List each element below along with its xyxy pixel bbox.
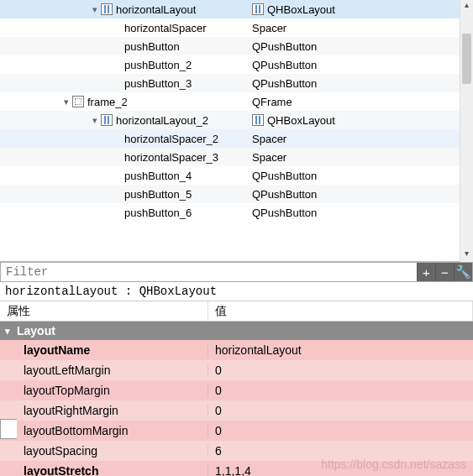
object-name: horizontalSpacer xyxy=(124,22,207,34)
tree-class-cell: QHBoxLayout xyxy=(252,114,472,127)
tree-row[interactable]: ▾frame_2QFrame xyxy=(0,92,472,111)
property-value[interactable]: 0 xyxy=(208,424,473,437)
tree-class-cell: QHBoxLayout xyxy=(252,3,472,16)
tree-row[interactable]: ▾pushButton_5QPushButton xyxy=(0,185,472,203)
property-group-layout[interactable]: ▾ Layout xyxy=(0,322,473,340)
tree-row[interactable]: ▾horizontalSpacerSpacer xyxy=(0,18,472,37)
class-name: QPushButton xyxy=(252,207,317,219)
tree-name-cell: ▾pushButton_6 xyxy=(0,207,252,219)
tree-row[interactable]: ▾horizontalLayoutQHBoxLayout xyxy=(0,0,472,18)
tree-name-cell: ▾pushButton_3 xyxy=(0,77,252,90)
property-name: layoutLeftMargin xyxy=(0,364,208,377)
class-name: QPushButton xyxy=(252,170,317,182)
property-value[interactable]: 0 xyxy=(208,384,473,397)
hbox-layout-icon xyxy=(101,114,113,126)
property-row[interactable]: layoutNamehorizontalLayout xyxy=(0,340,473,360)
add-button[interactable]: + xyxy=(417,263,435,281)
tree-class-cell: QFrame xyxy=(252,96,472,108)
property-value[interactable]: 1,1,1,4 xyxy=(208,464,473,476)
property-editor-pane: + − 🔧 horizontalLayout : QHBoxLayout 属性 … xyxy=(0,262,473,476)
tree-name-cell: ▾horizontalSpacer xyxy=(0,22,252,34)
tree-row[interactable]: ▾horizontalLayout_2QHBoxLayout xyxy=(0,111,472,129)
property-row[interactable]: layoutRightMargin0 xyxy=(0,400,473,421)
class-name: QHBoxLayout xyxy=(267,3,335,16)
tree-name-cell: ▾horizontalLayout_2 xyxy=(0,114,252,127)
class-name: Spacer xyxy=(252,133,286,145)
object-name: horizontalLayout xyxy=(116,3,196,16)
column-header-name[interactable]: 属性 xyxy=(0,301,208,321)
object-name: pushButton_3 xyxy=(124,77,192,90)
tree-name-cell: ▾frame_2 xyxy=(0,96,252,108)
tree-class-cell: QPushButton xyxy=(252,40,472,53)
group-label: Layout xyxy=(17,324,55,337)
tree-row[interactable]: ▾pushButton_3QPushButton xyxy=(0,74,472,92)
property-row[interactable]: layoutStretch1,1,1,4 xyxy=(0,461,473,476)
property-row[interactable]: layoutTopMargin0 xyxy=(0,380,473,400)
property-header: 属性 值 xyxy=(0,301,473,322)
property-value[interactable]: 0 xyxy=(208,364,473,377)
tree-name-cell: ▾pushButton_2 xyxy=(0,59,252,71)
class-name: Spacer xyxy=(252,22,286,34)
object-name: pushButton_4 xyxy=(124,170,192,182)
settings-button[interactable]: 🔧 xyxy=(454,263,472,281)
object-name: horizontalSpacer_2 xyxy=(124,133,218,145)
object-name: horizontalSpacer_3 xyxy=(124,151,218,164)
object-name: horizontalLayout_2 xyxy=(116,114,208,127)
tree-row[interactable]: ▾pushButton_4QPushButton xyxy=(0,166,472,185)
object-tree[interactable]: ▾horizontalLayoutQHBoxLayout▾horizontalS… xyxy=(0,0,473,261)
filter-input[interactable] xyxy=(1,263,417,281)
class-name: QPushButton xyxy=(252,77,317,90)
tree-class-cell: Spacer xyxy=(252,22,472,34)
class-name: QFrame xyxy=(252,96,292,108)
class-name: QHBoxLayout xyxy=(267,114,335,127)
tree-row[interactable]: ▾pushButtonQPushButton xyxy=(0,37,472,55)
tree-name-cell: ▾pushButton xyxy=(0,40,252,53)
tree-class-cell: QPushButton xyxy=(252,207,472,219)
remove-button[interactable]: − xyxy=(435,263,454,281)
tree-name-cell: ▾horizontalSpacer_3 xyxy=(0,151,252,164)
expand-arrow-icon[interactable]: ▾ xyxy=(89,4,101,15)
class-name: QPushButton xyxy=(252,188,317,201)
tree-row[interactable]: ▾horizontalSpacer_3Spacer xyxy=(0,148,472,166)
property-value[interactable]: 6 xyxy=(208,444,473,458)
tree-scrollbar[interactable]: ▴ ▾ xyxy=(460,0,473,262)
property-name: layoutName xyxy=(0,343,208,357)
tree-class-cell: QPushButton xyxy=(252,188,472,201)
property-list: layoutNamehorizontalLayoutlayoutLeftMarg… xyxy=(0,340,473,476)
object-name: pushButton_6 xyxy=(124,207,192,219)
filter-bar: + − 🔧 xyxy=(0,262,473,282)
column-header-value[interactable]: 值 xyxy=(208,301,473,321)
tree-class-cell: QPushButton xyxy=(252,170,472,182)
tree-class-cell: Spacer xyxy=(252,151,472,164)
property-name: layoutTopMargin xyxy=(0,384,208,397)
property-name: layoutRightMargin xyxy=(0,404,208,417)
expand-arrow-icon[interactable]: ▾ xyxy=(89,115,101,126)
expand-arrow-icon[interactable]: ▾ xyxy=(60,97,72,107)
tree-name-cell: ▾horizontalSpacer_2 xyxy=(0,133,252,145)
property-value[interactable]: 0 xyxy=(208,404,473,417)
tree-class-cell: QPushButton xyxy=(252,59,472,71)
tree-name-cell: ▾pushButton_5 xyxy=(0,188,252,201)
scroll-thumb[interactable] xyxy=(462,34,471,84)
frame-icon xyxy=(72,96,84,107)
class-name: QPushButton xyxy=(252,59,317,71)
tree-row[interactable]: ▾pushButton_6QPushButton xyxy=(0,203,472,222)
scroll-up-icon[interactable]: ▴ xyxy=(460,0,473,13)
property-row[interactable]: layoutSpacing6 xyxy=(0,441,473,461)
tree-name-cell: ▾pushButton_4 xyxy=(0,170,252,182)
property-value[interactable]: horizontalLayout xyxy=(208,343,473,357)
property-row[interactable]: layoutLeftMargin0 xyxy=(0,360,473,380)
property-row[interactable]: layoutBottomMargin0 xyxy=(0,421,473,441)
object-inspector-pane: ▾horizontalLayoutQHBoxLayout▾horizontalS… xyxy=(0,0,473,262)
property-name: layoutSpacing xyxy=(0,444,208,458)
left-edge-tab xyxy=(0,419,17,439)
tree-row[interactable]: ▾pushButton_2QPushButton xyxy=(0,55,472,74)
hbox-layout-icon xyxy=(252,3,264,15)
scroll-down-icon[interactable]: ▾ xyxy=(460,248,473,262)
object-name: frame_2 xyxy=(87,96,128,108)
hbox-layout-icon xyxy=(252,114,264,126)
tree-row[interactable]: ▾horizontalSpacer_2Spacer xyxy=(0,129,472,148)
class-name: Spacer xyxy=(252,151,286,164)
property-name: layoutBottomMargin xyxy=(0,424,208,437)
object-name: pushButton_5 xyxy=(124,188,192,201)
